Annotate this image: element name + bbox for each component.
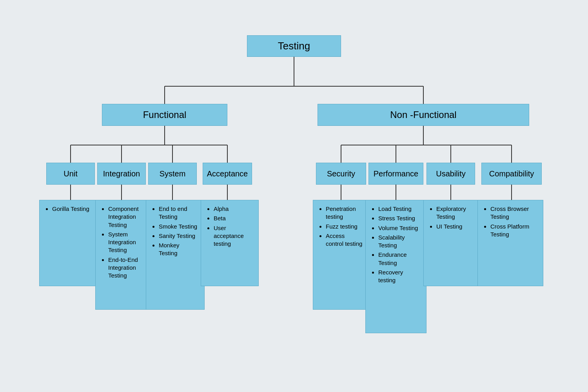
- usability-item-1: Exploratory Testing: [436, 205, 472, 221]
- security-item-1: Penetration testing: [326, 205, 363, 221]
- node-unit: Unit: [46, 163, 95, 185]
- integration-item-3: End-to-End Integration Testing: [108, 256, 150, 280]
- compat-item-1: Cross Browser Testing: [490, 205, 537, 221]
- perf-item-6: Recovery testing: [378, 269, 421, 285]
- security-item-3: Access control testing: [326, 232, 363, 248]
- acceptance-list: Alpha Beta User acceptance testing: [207, 205, 253, 249]
- perf-item-1: Load Testing: [378, 205, 421, 213]
- unit-label: Unit: [64, 169, 78, 178]
- node-security: Security: [316, 163, 366, 185]
- node-usability: Usability: [426, 163, 475, 185]
- functional-label: Functional: [143, 109, 187, 120]
- perf-item-5: Endurance Testing: [378, 251, 421, 267]
- system-item-2: Smoke Testing: [159, 223, 199, 230]
- integration-item-2: System Integration Testing: [108, 230, 150, 254]
- node-compatibility: Compatibility: [481, 163, 542, 185]
- unit-list: Gorilla Testing: [45, 205, 89, 214]
- security-item-2: Fuzz testing: [326, 223, 363, 230]
- usability-list: Exploratory Testing UI Testing: [429, 205, 472, 232]
- system-item-1: End to end Testing: [159, 205, 199, 221]
- perf-item-4: Scalability Testing: [378, 234, 421, 250]
- node-nonfunctional: Non -Functional: [318, 104, 529, 126]
- system-label: System: [160, 169, 186, 178]
- acceptance-label: Acceptance: [207, 169, 248, 178]
- leaf-usability: Exploratory Testing UI Testing: [423, 200, 478, 286]
- system-list: End to end Testing Smoke Testing Sanity …: [152, 205, 199, 259]
- usability-item-2: UI Testing: [436, 223, 472, 230]
- performance-label: Performance: [374, 169, 419, 178]
- leaf-unit: Gorilla Testing: [39, 200, 102, 286]
- node-acceptance: Acceptance: [203, 163, 252, 185]
- integration-item-1: Component Integration Testing: [108, 205, 150, 229]
- compatibility-list: Cross Browser Testing Cross Platform Tes…: [483, 205, 537, 240]
- security-list: Penetration testing Fuzz testing Access …: [319, 205, 363, 249]
- security-label: Security: [327, 169, 355, 178]
- compat-item-2: Cross Platform Testing: [490, 223, 537, 239]
- leaf-compatibility: Cross Browser Testing Cross Platform Tes…: [477, 200, 543, 286]
- tree-container: Testing Functional Non -Functional Unit …: [20, 24, 568, 345]
- node-system: System: [148, 163, 197, 185]
- node-functional: Functional: [102, 104, 227, 126]
- unit-item-1: Gorilla Testing: [52, 205, 89, 213]
- perf-item-3: Volume Testing: [378, 224, 421, 232]
- node-integration: Integration: [97, 163, 146, 185]
- node-performance: Performance: [368, 163, 423, 185]
- testing-diagram: Testing Functional Non -Functional Unit …: [16, 24, 572, 345]
- performance-list: Load Testing Stress Testing Volume Testi…: [371, 205, 421, 286]
- node-root: Testing: [247, 35, 341, 57]
- acceptance-item-1: Alpha: [214, 205, 253, 213]
- leaf-security: Penetration testing Fuzz testing Access …: [313, 200, 369, 310]
- acceptance-item-3: User acceptance testing: [214, 224, 253, 248]
- integration-list: Component Integration Testing System Int…: [101, 205, 150, 281]
- leaf-acceptance: Alpha Beta User acceptance testing: [201, 200, 259, 286]
- root-label: Testing: [278, 40, 310, 52]
- system-item-4: Monkey Testing: [159, 241, 199, 258]
- leaf-system: End to end Testing Smoke Testing Sanity …: [146, 200, 205, 310]
- acceptance-item-2: Beta: [214, 214, 253, 222]
- integration-label: Integration: [103, 169, 140, 178]
- compatibility-label: Compatibility: [489, 169, 534, 178]
- perf-item-2: Stress Testing: [378, 214, 421, 222]
- nonfunctional-label: Non -Functional: [390, 109, 456, 120]
- leaf-performance: Load Testing Stress Testing Volume Testi…: [365, 200, 426, 333]
- system-item-3: Sanity Testing: [159, 232, 199, 240]
- usability-label: Usability: [436, 169, 466, 178]
